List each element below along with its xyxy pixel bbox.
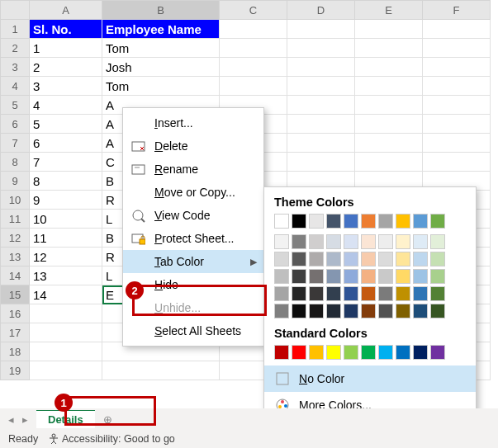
delete-icon: [130, 138, 146, 154]
color-swatch[interactable]: [396, 345, 410, 360]
color-swatch[interactable]: [344, 214, 358, 229]
color-swatch[interactable]: [396, 304, 410, 318]
sheet-tab-details[interactable]: Details: [36, 410, 95, 428]
color-swatch[interactable]: [361, 269, 376, 284]
color-swatch[interactable]: [396, 252, 410, 266]
svg-line-6: [141, 219, 145, 222]
color-swatch[interactable]: [326, 345, 341, 360]
color-swatch[interactable]: [361, 214, 376, 229]
color-swatch[interactable]: [413, 252, 428, 266]
annotation-marker-2: 2: [126, 281, 144, 299]
theme-tints-grid: [274, 234, 466, 318]
color-swatch[interactable]: [309, 304, 324, 318]
color-swatch[interactable]: [396, 234, 410, 249]
menu-select-all-sheets[interactable]: Select All Sheets: [123, 319, 263, 342]
menu-move-or-copy[interactable]: Move or Copy...: [123, 181, 263, 204]
col-header-a[interactable]: A: [30, 1, 102, 20]
color-swatch[interactable]: [344, 252, 358, 266]
menu-protect-sheet[interactable]: Protect Sheet...: [123, 227, 263, 250]
color-swatch[interactable]: [274, 234, 289, 249]
color-swatch[interactable]: [344, 269, 358, 284]
menu-hide[interactable]: Hide: [123, 273, 263, 296]
color-swatch[interactable]: [430, 304, 445, 318]
color-swatch[interactable]: [378, 214, 393, 229]
color-swatch[interactable]: [378, 345, 393, 360]
col-header-e[interactable]: E: [355, 1, 423, 20]
color-swatch[interactable]: [344, 286, 358, 301]
color-swatch[interactable]: [430, 252, 445, 266]
color-swatch[interactable]: [292, 214, 306, 229]
color-swatch[interactable]: [309, 252, 324, 266]
color-swatch[interactable]: [378, 286, 393, 301]
color-swatch[interactable]: [361, 286, 376, 301]
color-swatch[interactable]: [326, 234, 341, 249]
color-swatch[interactable]: [430, 269, 445, 284]
accessibility-status[interactable]: Accessibility: Good to go: [48, 433, 175, 445]
cell-b1[interactable]: Employee Name: [102, 20, 220, 39]
color-swatch[interactable]: [292, 304, 306, 318]
col-header-f[interactable]: F: [423, 1, 491, 20]
row-header[interactable]: 1: [1, 20, 30, 39]
color-swatch[interactable]: [344, 304, 358, 318]
color-swatch[interactable]: [430, 345, 445, 360]
color-swatch[interactable]: [292, 234, 306, 249]
color-swatch[interactable]: [396, 214, 410, 229]
color-swatch[interactable]: [396, 286, 410, 301]
cell-a1[interactable]: Sl. No.: [30, 20, 102, 39]
color-swatch[interactable]: [274, 345, 289, 360]
nav-next-icon[interactable]: ▸: [22, 413, 28, 426]
color-swatch[interactable]: [344, 345, 358, 360]
color-swatch[interactable]: [292, 269, 306, 284]
color-swatch[interactable]: [378, 304, 393, 318]
new-sheet-button[interactable]: ⊕: [95, 413, 121, 426]
color-swatch[interactable]: [309, 345, 324, 360]
color-swatch[interactable]: [361, 345, 376, 360]
color-swatch[interactable]: [361, 304, 376, 318]
color-swatch[interactable]: [326, 304, 341, 318]
no-color-item[interactable]: No Color: [264, 365, 476, 392]
col-header-c[interactable]: C: [220, 1, 287, 20]
color-swatch[interactable]: [292, 252, 306, 266]
color-swatch[interactable]: [326, 214, 341, 229]
color-swatch[interactable]: [396, 269, 410, 284]
select-all-corner[interactable]: [1, 1, 30, 20]
color-swatch[interactable]: [309, 214, 324, 229]
color-swatch[interactable]: [274, 304, 289, 318]
menu-view-code[interactable]: View Code: [123, 204, 263, 227]
col-header-b[interactable]: B: [102, 1, 220, 20]
status-ready: Ready: [8, 433, 38, 445]
nav-prev-icon[interactable]: ◂: [8, 413, 14, 426]
color-swatch[interactable]: [292, 345, 306, 360]
color-swatch[interactable]: [361, 234, 376, 249]
color-swatch[interactable]: [309, 269, 324, 284]
color-swatch[interactable]: [274, 214, 289, 229]
color-swatch[interactable]: [326, 252, 341, 266]
color-swatch[interactable]: [309, 234, 324, 249]
menu-delete[interactable]: Delete: [123, 134, 263, 158]
color-swatch[interactable]: [430, 286, 445, 301]
color-swatch[interactable]: [413, 214, 428, 229]
color-swatch[interactable]: [274, 286, 289, 301]
color-swatch[interactable]: [430, 214, 445, 229]
menu-tab-color[interactable]: Tab Color▶: [123, 250, 263, 273]
color-swatch[interactable]: [344, 234, 358, 249]
color-swatch[interactable]: [378, 252, 393, 266]
color-swatch[interactable]: [413, 269, 428, 284]
color-swatch[interactable]: [378, 234, 393, 249]
color-swatch[interactable]: [361, 252, 376, 266]
color-swatch[interactable]: [274, 269, 289, 284]
menu-insert[interactable]: Insert...: [123, 111, 263, 134]
color-swatch[interactable]: [326, 269, 341, 284]
color-swatch[interactable]: [413, 345, 428, 360]
color-swatch[interactable]: [413, 234, 428, 249]
color-swatch[interactable]: [326, 286, 341, 301]
color-swatch[interactable]: [413, 286, 428, 301]
color-swatch[interactable]: [309, 286, 324, 301]
color-swatch[interactable]: [292, 286, 306, 301]
color-swatch[interactable]: [274, 252, 289, 266]
menu-rename[interactable]: Rename: [123, 158, 263, 181]
color-swatch[interactable]: [378, 269, 393, 284]
color-swatch[interactable]: [430, 234, 445, 249]
col-header-d[interactable]: D: [287, 1, 355, 20]
color-swatch[interactable]: [413, 304, 428, 318]
